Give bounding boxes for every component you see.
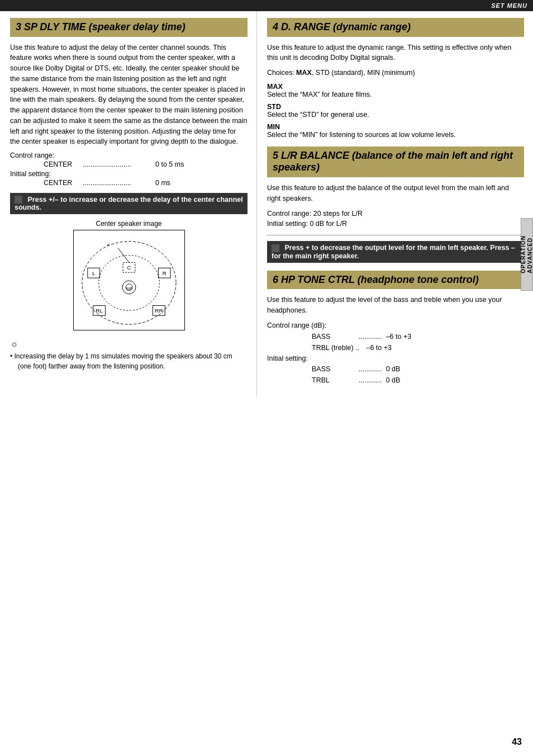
center-initial-label: CENTER bbox=[44, 178, 83, 188]
divider bbox=[267, 235, 524, 235]
svg-text:L: L bbox=[92, 270, 95, 276]
header-text: SET MENU bbox=[491, 2, 527, 9]
trbl-init-label: TRBL bbox=[312, 375, 356, 386]
side-tab-text: ADVANCED OPERATION bbox=[520, 235, 533, 273]
speaker-image-label: Center speaker image bbox=[10, 220, 248, 228]
std-heading: STD bbox=[267, 103, 524, 111]
bass-dots: ............ bbox=[358, 333, 382, 341]
svg-text:RR: RR bbox=[155, 308, 163, 314]
bass-init-dots: ............ bbox=[358, 365, 382, 373]
center-range-dots: ......................... bbox=[83, 159, 155, 170]
svg-text:↙: ↙ bbox=[107, 242, 111, 247]
sun-icon: ☼ bbox=[10, 339, 248, 349]
right-column: 4 D. RANGE (dynamic range) Use this feat… bbox=[257, 11, 533, 397]
side-tab: ADVANCED OPERATION bbox=[521, 218, 533, 291]
trbl-value: –6 to +3 bbox=[366, 344, 392, 352]
bass-label: BASS bbox=[312, 331, 356, 342]
center-range-label: CENTER bbox=[44, 159, 83, 170]
center-range-value: 0 to 5 ms bbox=[155, 159, 184, 170]
press-tip-5-icon bbox=[272, 244, 279, 252]
press-tip-text: Press +/– to increase or decrease the de… bbox=[15, 196, 243, 212]
trbl-init-value: 0 dB bbox=[386, 376, 401, 384]
svg-point-1 bbox=[98, 256, 159, 311]
section6-ranges: Control range (dB): BASS ............ –6… bbox=[267, 320, 524, 386]
max-heading: MAX bbox=[267, 83, 524, 91]
press-tip-icon bbox=[15, 196, 22, 204]
bass-init-line: BASS ............ 0 dB bbox=[267, 363, 524, 375]
bass-value: –6 to +3 bbox=[386, 333, 412, 341]
section5-intro: Use this feature to adjust the balance o… bbox=[267, 183, 524, 204]
press-tip-box: Press +/– to increase or decrease the de… bbox=[10, 193, 248, 215]
press-tip-box-5: Press + to decrease the output level for… bbox=[267, 241, 524, 263]
speaker-diagram: L C R sub RL RR ↙ bbox=[73, 230, 185, 330]
trbl-init-dots: ............ bbox=[358, 376, 382, 384]
bass-init-label: BASS bbox=[312, 363, 356, 375]
section4-title: 4 D. RANGE (dynamic range) bbox=[267, 18, 524, 37]
svg-text:C: C bbox=[127, 265, 131, 271]
section6-intro: Use this feature to adjust the level of … bbox=[267, 295, 524, 316]
min-desc: Select the “MIN” for listening to source… bbox=[267, 131, 524, 139]
min-choice: MIN Select the “MIN” for listening to so… bbox=[267, 123, 524, 139]
section5-title: 5 L/R BALANCE (balance of the main left … bbox=[267, 147, 524, 177]
max-desc: Select the “MAX” for feature films. bbox=[267, 91, 524, 98]
min-heading: MIN bbox=[267, 123, 524, 131]
trbl-range-line: TRBL (treble) .. –6 to +3 bbox=[267, 342, 524, 353]
speaker-image-section: Center speaker image L C R sub bbox=[10, 220, 248, 332]
trbl-init-line: TRBL ............ 0 dB bbox=[267, 375, 524, 386]
std-choice: STD Select the “STD” for general use. bbox=[267, 103, 524, 119]
page-number: 43 bbox=[512, 737, 522, 747]
bass-range-line: BASS ............ –6 to +3 bbox=[267, 331, 524, 342]
center-range-line: CENTER ......................... 0 to 5 … bbox=[10, 159, 248, 170]
initial-setting-label: Initial setting: bbox=[10, 170, 248, 178]
header-bar: SET MENU bbox=[0, 0, 533, 11]
std-desc: Select the “STD” for general use. bbox=[267, 111, 524, 119]
svg-text:RL: RL bbox=[96, 308, 103, 314]
tip-note: • Increasing the delay by 1 ms simulates… bbox=[10, 351, 248, 371]
section6-title: 6 HP TONE CTRL (headphone tone control) bbox=[267, 271, 524, 290]
svg-line-15 bbox=[118, 248, 129, 263]
svg-text:R: R bbox=[162, 270, 166, 276]
section3-intro: Use this feature to adjust the delay of … bbox=[10, 42, 248, 148]
tip-section: ☼ • Increasing the delay by 1 ms simulat… bbox=[10, 339, 248, 371]
bass-init-value: 0 dB bbox=[386, 365, 401, 373]
press-tip-5-text: Press + to decrease the output level for… bbox=[272, 244, 515, 260]
left-column: 3 SP DLY TIME (speaker delay time) Use t… bbox=[0, 11, 257, 397]
center-initial-line: CENTER ......................... 0 ms bbox=[10, 178, 248, 188]
choices-line: Choices: MAX, STD (standard), MIN (minim… bbox=[267, 68, 524, 78]
trbl-label: TRBL (treble) .. bbox=[312, 342, 362, 353]
control-range-label: Control range: bbox=[10, 152, 248, 159]
section4-intro: Use this feature to adjust the dynamic r… bbox=[267, 42, 524, 64]
control-range-section: Control range: CENTER ..................… bbox=[10, 152, 248, 188]
section5-control-range: Control range: 20 steps for L/R Initial … bbox=[267, 209, 524, 230]
center-initial-dots: ......................... bbox=[83, 178, 155, 188]
center-initial-value: 0 ms bbox=[155, 178, 170, 188]
max-choice: MAX Select the “MAX” for feature films. bbox=[267, 83, 524, 98]
section3-title: 3 SP DLY TIME (speaker delay time) bbox=[10, 18, 248, 37]
svg-text:sub: sub bbox=[126, 286, 132, 290]
